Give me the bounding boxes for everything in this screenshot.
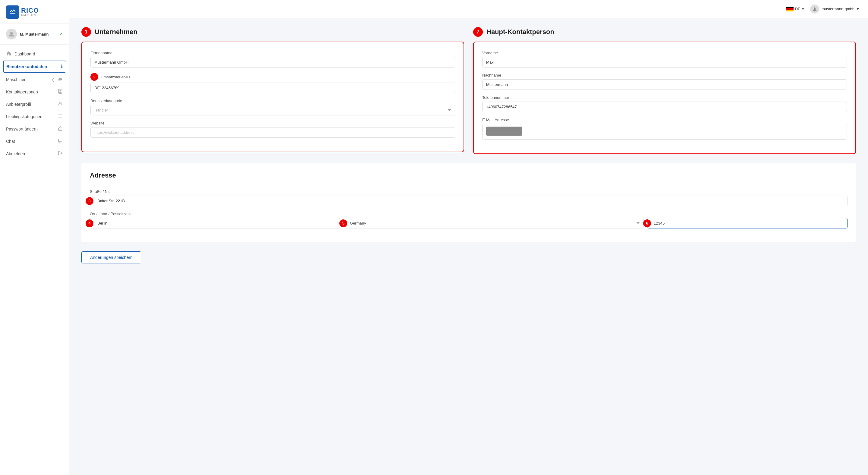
- svg-rect-8: [59, 116, 62, 116]
- sidebar-item-contacts[interactable]: Kontaktpersonen: [0, 86, 69, 98]
- firmenname-group: Firmenname: [90, 51, 455, 67]
- email-label: E-Mail-Adresse: [482, 118, 847, 122]
- provider-icon: [58, 101, 63, 107]
- chat-icon: [58, 138, 63, 144]
- logo: RICO Machine: [6, 5, 39, 19]
- page-content: 1 Unternehmen Firmenname 2 Umsatzsteuer-…: [69, 18, 868, 475]
- dashboard-label: Dashboard: [14, 52, 63, 56]
- kategorie-label: Benutzerkategorie: [90, 99, 455, 103]
- telefon-input[interactable]: [482, 102, 847, 112]
- telefon-group: Telefonnummer: [482, 95, 847, 112]
- section-num-4: 4: [86, 219, 93, 227]
- kategorie-group: Benutzerkategorie Händler: [90, 99, 455, 116]
- language-selector[interactable]: DE ▾: [786, 7, 804, 11]
- unternehmen-header: 1 Unternehmen: [82, 27, 464, 37]
- kontaktperson-header: 7 Haupt-Kontaktperson: [473, 27, 856, 37]
- sidebar-item-machines[interactable]: Maschinen ❮: [0, 73, 69, 86]
- kontaktperson-title: Haupt-Kontaktperson: [487, 28, 554, 36]
- email-group: E-Mail-Adresse: [482, 118, 847, 139]
- umsatzsteuer-input[interactable]: [90, 83, 455, 93]
- vorname-group: Vorname: [482, 51, 847, 67]
- sidebar-item-account[interactable]: Benutzerkontodaten ℹ: [3, 61, 66, 73]
- sidebar-nav: Dashboard Benutzerkontodaten ℹ Maschinen…: [0, 44, 69, 475]
- logo-text: RICO Machine: [21, 7, 39, 17]
- ort-input[interactable]: [90, 218, 340, 228]
- section-num-2: 2: [90, 73, 98, 81]
- website-input[interactable]: [90, 127, 455, 138]
- car-icon: [58, 76, 63, 82]
- logo-rico: RICO: [21, 7, 39, 14]
- section-num-1: 1: [82, 27, 91, 37]
- section-num-7: 7: [473, 27, 483, 37]
- email-redacted: [486, 127, 522, 136]
- avatar: [6, 29, 17, 39]
- contacts-label: Kontaktpersonen: [6, 90, 55, 94]
- svg-point-12: [814, 7, 815, 9]
- plz-input[interactable]: [647, 218, 847, 228]
- svg-point-2: [10, 32, 13, 34]
- user-menu[interactable]: mustermann-gmbh ▾: [810, 4, 859, 13]
- topbar: DE ▾ mustermann-gmbh ▾: [69, 0, 868, 18]
- sidebar-item-favorites[interactable]: Lieblingskategorien: [0, 110, 69, 123]
- kategorie-select[interactable]: Händler: [90, 105, 455, 116]
- topbar-avatar: [810, 4, 819, 13]
- address-title: Adresse: [90, 171, 847, 183]
- home-icon: [6, 51, 11, 57]
- vorname-input[interactable]: [482, 57, 847, 67]
- firmenname-input[interactable]: [90, 57, 455, 67]
- flag-icon: [786, 7, 794, 11]
- favorites-label: Lieblingskategorien: [6, 114, 55, 119]
- info-icon: ℹ: [61, 64, 63, 69]
- telefon-label: Telefonnummer: [482, 95, 847, 100]
- section-num-6: 6: [643, 219, 651, 227]
- provider-label: Anbieterprofil: [6, 102, 55, 107]
- chevron-left-icon: ❮: [52, 77, 55, 82]
- sidebar-item-dashboard[interactable]: Dashboard: [0, 48, 69, 60]
- verified-icon: ✔: [59, 32, 63, 36]
- strasse-group: Straße / Nr. 3: [90, 189, 847, 206]
- logo-area: RICO Machine: [0, 0, 69, 24]
- sidebar: RICO Machine M. Mustermann ✔ Dashboard B…: [0, 0, 69, 475]
- website-group: Website: [90, 121, 455, 138]
- sidebar-item-password[interactable]: Passwort ändern: [0, 123, 69, 135]
- topbar-username: mustermann-gmbh: [822, 7, 855, 11]
- section-num-3: 3: [86, 197, 93, 205]
- umsatzsteuer-group: 2 Umsatzsteuer-ID: [90, 73, 455, 93]
- nachname-group: Nachname: [482, 73, 847, 90]
- unternehmen-card: Firmenname 2 Umsatzsteuer-ID Benutzerkat…: [82, 41, 464, 152]
- land-select[interactable]: Germany: [344, 218, 644, 228]
- email-field-wrapper: [482, 124, 847, 139]
- lock-icon: [58, 126, 63, 132]
- nachname-input[interactable]: [482, 79, 847, 90]
- strasse-input[interactable]: [90, 196, 847, 206]
- sidebar-item-provider[interactable]: Anbieterprofil: [0, 98, 69, 110]
- sidebar-item-chat[interactable]: Chat: [0, 135, 69, 147]
- svg-rect-1: [10, 13, 16, 14]
- unternehmen-wrapper: 1 Unternehmen Firmenname 2 Umsatzsteuer-…: [82, 27, 464, 154]
- main-wrapper: DE ▾ mustermann-gmbh ▾ 1 Unternehmen F: [69, 0, 868, 475]
- account-label: Benutzerkontodaten: [6, 64, 58, 69]
- kontaktperson-card: Vorname Nachname Telefonnummer E-Mail-Ad…: [473, 41, 856, 154]
- ort-group: Ort / Land / Postleitzahl 4 5 Germany: [90, 212, 847, 228]
- sidebar-item-logout[interactable]: Abmelden: [0, 147, 69, 160]
- contact-icon: [58, 89, 63, 95]
- logout-icon: [58, 151, 63, 156]
- kontaktperson-wrapper: 7 Haupt-Kontaktperson Vorname Nachname T…: [473, 27, 856, 154]
- firmenname-label: Firmenname: [90, 51, 455, 55]
- svg-rect-3: [58, 80, 62, 80]
- language-code: DE: [795, 7, 801, 11]
- nachname-label: Nachname: [482, 73, 847, 77]
- unternehmen-title: Unternehmen: [95, 28, 137, 36]
- svg-rect-9: [59, 117, 62, 118]
- logout-label: Abmelden: [6, 151, 55, 156]
- svg-point-5: [60, 90, 61, 92]
- save-button[interactable]: Änderungen speichern: [82, 251, 141, 263]
- sidebar-user: M. Mustermann ✔: [0, 24, 69, 44]
- lang-chevron-icon: ▾: [802, 7, 804, 11]
- umsatzsteuer-label: Umsatzsteuer-ID: [101, 75, 130, 79]
- address-section: Adresse Straße / Nr. 3 Ort / Land / Post…: [82, 163, 856, 242]
- list-icon: [58, 114, 63, 119]
- save-section: Änderungen speichern: [82, 251, 856, 263]
- top-sections-row: 1 Unternehmen Firmenname 2 Umsatzsteuer-…: [82, 27, 856, 154]
- chat-label: Chat: [6, 139, 55, 144]
